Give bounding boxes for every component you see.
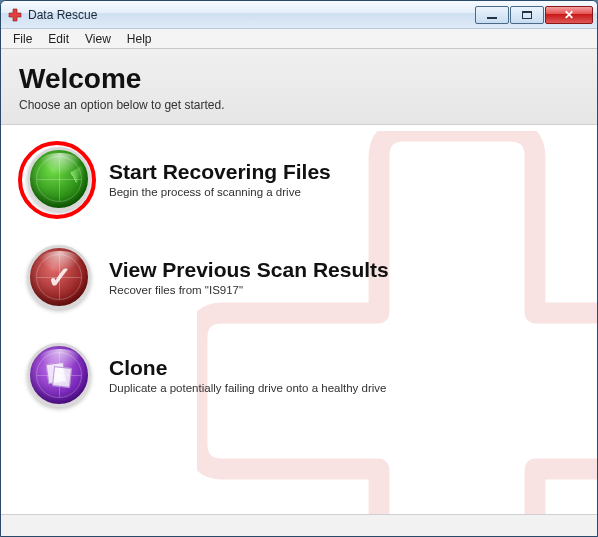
maximize-button[interactable] [510,6,544,24]
status-bar [1,514,597,536]
option-view-previous[interactable]: ✓ View Previous Scan Results Recover fil… [13,239,585,337]
option-subtitle: Begin the process of scanning a drive [109,186,331,198]
window-title: Data Rescue [28,8,97,22]
option-title: Clone [109,356,386,380]
checkmark-icon: ✓ [27,245,91,309]
option-clone[interactable]: Clone Duplicate a potentially failing dr… [13,337,585,435]
close-button[interactable]: ✕ [545,6,593,24]
welcome-header: Welcome Choose an option below to get st… [1,49,597,125]
minimize-button[interactable] [475,6,509,24]
option-subtitle: Recover files from "IS917" [109,284,389,296]
option-subtitle: Duplicate a potentially failing drive on… [109,382,386,394]
menubar: File Edit View Help [1,29,597,49]
option-title: Start Recovering Files [109,160,331,184]
option-title: View Previous Scan Results [109,258,389,282]
page-title: Welcome [19,63,579,95]
window-controls: ✕ [474,6,593,24]
menu-view[interactable]: View [77,30,119,48]
titlebar[interactable]: Data Rescue ✕ [1,1,597,29]
app-window: Data Rescue ✕ File Edit View Help Welcom… [0,0,598,537]
menu-edit[interactable]: Edit [40,30,77,48]
menu-help[interactable]: Help [119,30,160,48]
documents-icon [27,343,91,407]
page-subtitle: Choose an option below to get started. [19,98,579,112]
app-icon [7,7,23,23]
option-start-recovering[interactable]: Start Recovering Files Begin the process… [13,141,585,239]
content-area: Start Recovering Files Begin the process… [1,125,597,514]
menu-file[interactable]: File [5,30,40,48]
highlight-ring [18,141,96,219]
